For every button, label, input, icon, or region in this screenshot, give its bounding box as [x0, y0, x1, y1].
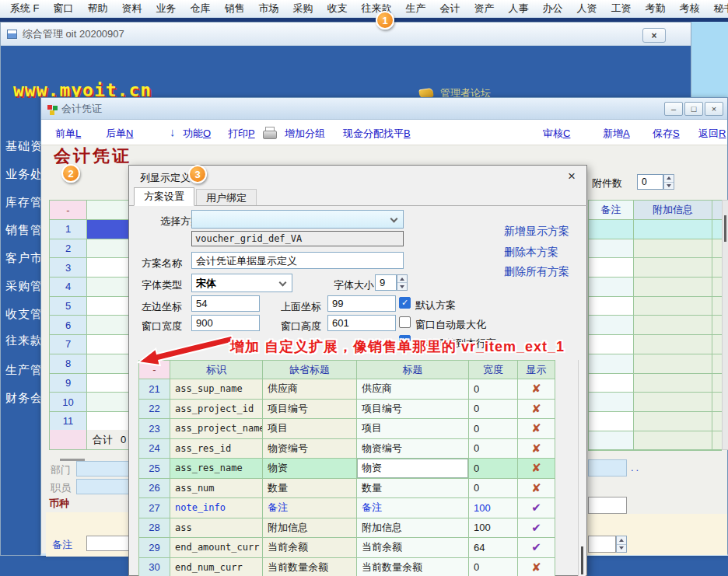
- right-field-2[interactable]: [588, 497, 627, 514]
- check-mark-icon[interactable]: ✔: [531, 540, 541, 554]
- menu-item-window[interactable]: 窗口: [47, 2, 81, 16]
- sidebar-item-basic[interactable]: 基础资: [5, 139, 43, 154]
- scrollbar-thumb[interactable]: [581, 546, 583, 574]
- function-button[interactable]: 功能O: [183, 127, 211, 141]
- staff-input[interactable]: [76, 479, 129, 494]
- add-group-button[interactable]: 增加分组: [285, 127, 325, 141]
- sidebar-item-business[interactable]: 业务处: [5, 167, 43, 182]
- audit-button[interactable]: 审核C: [543, 127, 570, 141]
- new-button[interactable]: 新增A: [603, 127, 630, 141]
- tab-user-binding[interactable]: 用户绑定: [196, 189, 257, 206]
- check-mark-icon[interactable]: ✔: [531, 501, 541, 515]
- grid-row[interactable]: [589, 335, 722, 354]
- next-doc-button[interactable]: 后单N: [106, 127, 133, 141]
- cash-alloc-button[interactable]: 现金分配: [343, 127, 383, 141]
- menu-item-attendance[interactable]: 考勤: [639, 2, 673, 16]
- sidebar-item-inventory[interactable]: 库存管: [5, 195, 43, 210]
- selected-cell[interactable]: [87, 220, 130, 239]
- sidebar-item-sales[interactable]: 销售管: [5, 223, 43, 238]
- grid-row[interactable]: 2: [50, 239, 130, 259]
- vertical-scrollbar[interactable]: [722, 200, 728, 450]
- add-scheme-link[interactable]: 新增显示方案: [504, 225, 569, 239]
- dept-input[interactable]: [76, 461, 129, 477]
- grid-row-selected[interactable]: [589, 220, 722, 239]
- left-coord-input[interactable]: 54: [191, 295, 260, 312]
- menu-item-assessment[interactable]: 考核: [673, 2, 707, 16]
- grid-row[interactable]: 4: [50, 278, 130, 297]
- scheme-name-input[interactable]: 会计凭证单据显示定义: [191, 252, 404, 269]
- font-size-input[interactable]: 9: [375, 274, 397, 291]
- dialog-close-icon[interactable]: ×: [568, 169, 576, 184]
- menu-item-office[interactable]: 办公: [536, 2, 570, 16]
- default-scheme-checkbox[interactable]: ✓: [399, 297, 411, 309]
- menu-item-purchase[interactable]: 采购: [286, 2, 320, 16]
- menu-item-hr2[interactable]: 人资: [570, 2, 604, 16]
- grid-row[interactable]: 7: [50, 335, 130, 354]
- table-row[interactable]: 27note_info备注备注100✔: [139, 498, 555, 518]
- font-type-select[interactable]: 宋体: [191, 274, 292, 292]
- prev-doc-button[interactable]: 前单L: [55, 127, 81, 141]
- printer-icon[interactable]: [263, 127, 276, 138]
- x-mark-icon[interactable]: ✘: [531, 382, 541, 396]
- save-button[interactable]: 保存S: [653, 127, 680, 141]
- delete-all-schemes-link[interactable]: 删除所有方案: [504, 265, 569, 279]
- delete-scheme-link[interactable]: 删除本方案: [504, 246, 558, 260]
- table-row[interactable]: 30end_num_curr当前数量余额当前数量余额0✘: [139, 558, 555, 576]
- right-field-1[interactable]: [588, 459, 627, 477]
- table-row[interactable]: 22ass_project_id项目编号项目编号0✘: [139, 400, 555, 420]
- table-row[interactable]: 23ass_project_name项目项目0✘: [139, 419, 555, 439]
- main-window-titlebar[interactable]: 综合管理 oit 20200907: [1, 23, 691, 46]
- auto-maximize-checkbox[interactable]: [399, 316, 411, 328]
- x-mark-icon[interactable]: ✘: [531, 442, 541, 456]
- menu-item-data[interactable]: 资料: [115, 2, 149, 16]
- menu-item-secretary[interactable]: 秘书: [707, 2, 728, 16]
- grid-row[interactable]: 10: [50, 393, 130, 412]
- voucher-titlebar[interactable]: 会计凭证: [41, 98, 727, 120]
- tab-scheme-settings[interactable]: 方案设置: [134, 187, 194, 206]
- menu-item-income[interactable]: 收支: [320, 2, 355, 16]
- balance-button[interactable]: 找平B: [383, 127, 411, 141]
- attachment-stepper[interactable]: [663, 174, 674, 190]
- table-row[interactable]: 26ass_num数量数量0✘: [139, 479, 555, 499]
- grid-row[interactable]: 3: [50, 258, 130, 278]
- close-icon[interactable]: ×: [705, 102, 723, 116]
- grid-row[interactable]: [589, 258, 722, 278]
- menu-item-hr[interactable]: 人事: [502, 2, 536, 16]
- col-header-note[interactable]: 备注: [589, 201, 634, 220]
- grid-row[interactable]: [589, 239, 722, 259]
- table-row[interactable]: 21ass_sup_name供应商供应商0✘: [139, 379, 555, 400]
- maximize-icon[interactable]: □: [684, 102, 703, 116]
- note-input[interactable]: [86, 536, 129, 551]
- menu-item-system[interactable]: 系统 F: [3, 2, 47, 16]
- scrollbar-thumb[interactable]: [724, 215, 726, 242]
- table-row[interactable]: 29end_amount_curr当前余额当前余额64✔: [139, 538, 555, 558]
- sidebar-item-customer[interactable]: 客户市: [5, 251, 43, 266]
- top-coord-input[interactable]: 99: [327, 295, 396, 312]
- table-row-selected[interactable]: 25ass_res_name物资物资0✘: [139, 459, 555, 479]
- grid-row[interactable]: 11: [50, 412, 130, 431]
- right-stepper-input[interactable]: [588, 536, 616, 553]
- table-row[interactable]: 24ass_res_id物资编号物资编号0✘: [139, 439, 555, 459]
- font-size-stepper[interactable]: [397, 274, 408, 291]
- col-header-extra-info[interactable]: 附加信息: [634, 201, 712, 220]
- minimize-icon[interactable]: –: [664, 102, 683, 116]
- print-button[interactable]: 打印P: [228, 127, 255, 141]
- sidebar-item-purchase[interactable]: 采购管: [5, 279, 43, 294]
- menu-item-warehouse[interactable]: 仓库: [184, 2, 218, 16]
- table-row[interactable]: 28ass附加信息附加信息100✔: [139, 518, 555, 539]
- x-mark-icon[interactable]: ✘: [531, 421, 541, 435]
- grid-row[interactable]: [589, 316, 722, 335]
- menu-item-assets[interactable]: 资产: [467, 2, 502, 16]
- grid-row[interactable]: 8: [50, 354, 130, 374]
- grid-row[interactable]: 1: [50, 220, 130, 239]
- menu-item-sales[interactable]: 销售: [218, 2, 252, 16]
- menu-item-production[interactable]: 生产: [399, 2, 433, 16]
- x-mark-icon[interactable]: ✘: [531, 481, 541, 495]
- sidebar-item-income[interactable]: 收支管: [5, 307, 43, 322]
- return-button[interactable]: 返回R: [698, 127, 726, 141]
- grid-row[interactable]: 6: [50, 316, 130, 335]
- grid-row[interactable]: [589, 374, 722, 393]
- check-mark-icon[interactable]: ✔: [531, 521, 541, 535]
- sidebar-item-production[interactable]: 生产管: [5, 363, 43, 378]
- x-mark-icon[interactable]: ✘: [531, 461, 541, 475]
